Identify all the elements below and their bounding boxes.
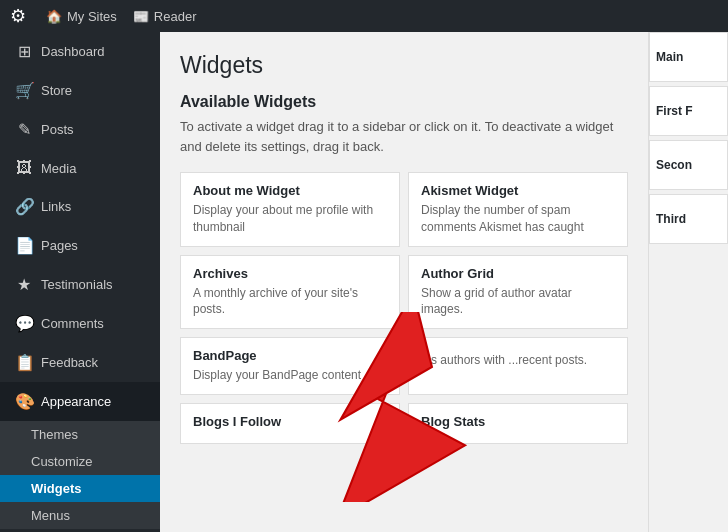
links-icon: 🔗 (15, 197, 33, 216)
sidebar-item-customize[interactable]: Customize (0, 448, 160, 475)
widget-title-about-me: About me Widget (193, 183, 387, 198)
main-layout: ⊞ Dashboard 🛒 Store ✎ Posts 🖼 Media 🔗 Li… (0, 32, 728, 532)
right-panel-third[interactable]: Third (649, 194, 728, 244)
content-inner: Widgets Available Widgets To activate a … (160, 32, 648, 532)
right-panel-first[interactable]: First F (649, 86, 728, 136)
widget-card-blog-stats[interactable]: Blog Stats (408, 403, 628, 444)
widget-card-akismet[interactable]: Akismet Widget Display the number of spa… (408, 172, 628, 247)
sidebar-item-links[interactable]: 🔗 Links (0, 187, 160, 226)
sidebar: ⊞ Dashboard 🛒 Store ✎ Posts 🖼 Media 🔗 Li… (0, 32, 160, 532)
content-with-right: Widgets Available Widgets To activate a … (160, 32, 728, 532)
sidebar-item-media[interactable]: 🖼 Media (0, 149, 160, 187)
widgets-grid: About me Widget Display your about me pr… (180, 172, 628, 444)
appearance-icon: 🎨 (15, 392, 33, 411)
content-area: Widgets Available Widgets To activate a … (160, 32, 648, 532)
testimonials-icon: ★ (15, 275, 33, 294)
widget-desc-bandpage: Display your BandPage content (193, 367, 361, 384)
widget-card-authors[interactable]: ...s authors with ...recent posts. (408, 337, 628, 395)
sidebar-item-pages[interactable]: 📄 Pages (0, 226, 160, 265)
widget-card-author-grid[interactable]: Author Grid Show a grid of author avatar… (408, 255, 628, 330)
widget-card-about-me[interactable]: About me Widget Display your about me pr… (180, 172, 400, 247)
sidebar-item-dashboard[interactable]: ⊞ Dashboard (0, 32, 160, 71)
right-panel-second[interactable]: Secon (649, 140, 728, 190)
sidebar-label-customize: Customize (31, 454, 92, 469)
widget-title-bandpage: BandPage (193, 348, 257, 363)
sidebar-label-posts: Posts (41, 122, 74, 137)
section-desc: To activate a widget drag it to a sideba… (180, 117, 628, 156)
sidebar-label-links: Links (41, 199, 71, 214)
pages-icon: 📄 (15, 236, 33, 255)
sidebar-item-store[interactable]: 🛒 Store (0, 71, 160, 110)
sidebar-item-testimonials[interactable]: ★ Testimonials (0, 265, 160, 304)
sidebar-label-feedback: Feedback (41, 355, 98, 370)
feedback-icon: 📋 (15, 353, 33, 372)
sidebar-item-widgets[interactable]: Widgets (0, 475, 160, 502)
wp-logo: ⚙ (10, 5, 26, 27)
media-icon: 🖼 (15, 159, 33, 177)
sidebar-item-appearance[interactable]: 🎨 Appearance (0, 382, 160, 421)
sidebar-item-menus[interactable]: Menus (0, 502, 160, 529)
sidebar-label-store: Store (41, 83, 72, 98)
store-icon: 🛒 (15, 81, 33, 100)
my-sites-icon: 🏠 (46, 9, 62, 24)
reader-icon: 📰 (133, 9, 149, 24)
sidebar-item-feedback[interactable]: 📋 Feedback (0, 343, 160, 382)
right-panel: Main First F Secon Third (648, 32, 728, 532)
my-sites-link[interactable]: 🏠 My Sites (46, 9, 117, 24)
widget-desc-about-me: Display your about me profile with thumb… (193, 202, 387, 236)
reader-label: Reader (154, 9, 197, 24)
widget-title-author-grid: Author Grid (421, 266, 615, 281)
comments-icon: 💬 (15, 314, 33, 333)
right-panel-main-label: Main (656, 50, 683, 64)
sidebar-item-comments[interactable]: 💬 Comments (0, 304, 160, 343)
right-panel-second-label: Secon (656, 158, 692, 172)
top-bar: ⚙ 🏠 My Sites 📰 Reader (0, 0, 728, 32)
widget-desc-authors: ...s authors with ...recent posts. (421, 352, 587, 369)
reader-link[interactable]: 📰 Reader (133, 9, 197, 24)
my-sites-label: My Sites (67, 9, 117, 24)
right-panel-third-label: Third (656, 212, 686, 226)
sidebar-label-themes: Themes (31, 427, 78, 442)
right-panel-first-label: First F (656, 104, 693, 118)
widget-desc-author-grid: Show a grid of author avatar images. (421, 285, 615, 319)
sidebar-label-testimonials: Testimonials (41, 277, 113, 292)
widget-card-bandpage[interactable]: BandPage Display your BandPage content (180, 337, 400, 395)
section-title: Available Widgets (180, 93, 628, 111)
dashboard-icon: ⊞ (15, 42, 33, 61)
sidebar-label-widgets: Widgets (31, 481, 81, 496)
widget-card-blogs-follow[interactable]: Blogs I Follow (180, 403, 400, 444)
widget-title-akismet: Akismet Widget (421, 183, 615, 198)
sidebar-item-posts[interactable]: ✎ Posts (0, 110, 160, 149)
widget-card-archives[interactable]: Archives A monthly archive of your site'… (180, 255, 400, 330)
widget-desc-akismet: Display the number of spam comments Akis… (421, 202, 615, 236)
right-panel-main[interactable]: Main (649, 32, 728, 82)
widget-title-blog-stats: Blog Stats (421, 414, 615, 429)
sidebar-label-pages: Pages (41, 238, 78, 253)
sidebar-label-comments: Comments (41, 316, 104, 331)
widget-title-blogs-follow: Blogs I Follow (193, 414, 387, 429)
sidebar-label-menus: Menus (31, 508, 70, 523)
sidebar-label-dashboard: Dashboard (41, 44, 105, 59)
sidebar-item-themes[interactable]: Themes (0, 421, 160, 448)
widget-title-archives: Archives (193, 266, 387, 281)
page-title: Widgets (180, 52, 628, 79)
widget-desc-archives: A monthly archive of your site's posts. (193, 285, 387, 319)
sidebar-submenu-appearance: Themes Customize Widgets Menus (0, 421, 160, 529)
posts-icon: ✎ (15, 120, 33, 139)
sidebar-label-appearance: Appearance (41, 394, 111, 409)
sidebar-label-media: Media (41, 161, 76, 176)
